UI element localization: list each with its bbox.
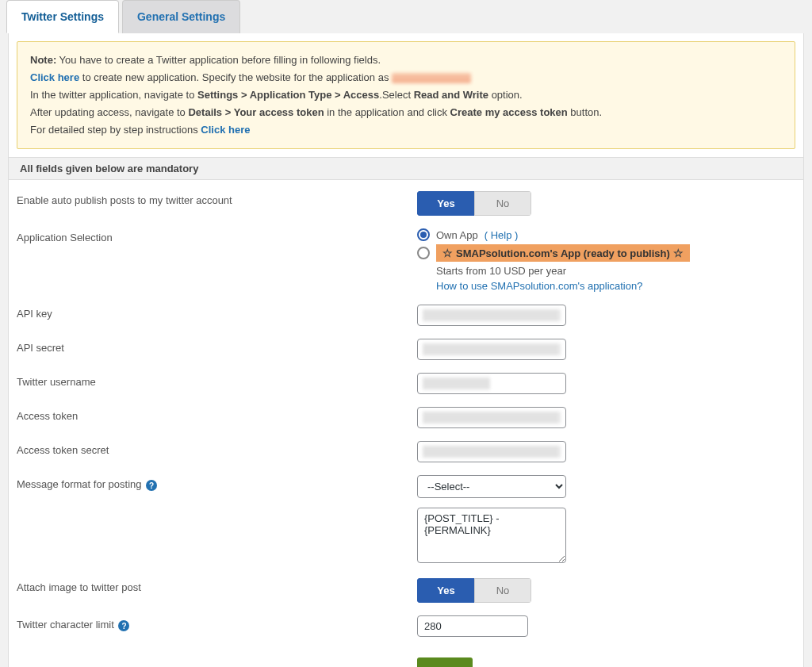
label-access-token: Access token — [17, 407, 417, 422]
label-access-token-secret: Access token secret — [17, 441, 417, 456]
message-format-select[interactable]: --Select-- — [417, 475, 566, 498]
api-secret-input[interactable] — [417, 339, 566, 360]
toggle-attach-image[interactable]: Yes No — [417, 578, 531, 603]
message-format-textarea[interactable] — [417, 508, 566, 563]
click-here-create-app-link[interactable]: Click here — [30, 71, 79, 83]
notice-line4c: in the application and click — [324, 106, 450, 118]
notice-box: Note: You have to create a Twitter appli… — [17, 41, 795, 149]
radio-own-app[interactable] — [417, 228, 430, 241]
notice-line4e: button. — [568, 106, 602, 118]
click-here-instructions-link[interactable]: Click here — [201, 124, 250, 136]
toggle-enable-auto[interactable]: Yes No — [417, 191, 531, 216]
notice-line3b: Settings > Application Type > Access — [197, 89, 379, 101]
notice-line3e: option. — [488, 89, 523, 101]
radio-smap-app[interactable] — [417, 247, 430, 259]
tab-twitter-settings[interactable]: Twitter Settings — [6, 0, 119, 33]
label-api-key: API key — [17, 305, 417, 320]
redacted-url — [392, 73, 471, 83]
smap-badge: ☆ SMAPsolution.com's App (ready to publi… — [436, 244, 690, 262]
how-to-use-link[interactable]: How to use SMAPsolution.com's applicatio… — [436, 280, 795, 292]
star-icon-left: ☆ — [442, 247, 453, 259]
access-token-secret-input[interactable] — [417, 441, 566, 462]
own-app-help-link[interactable]: ( Help ) — [485, 229, 519, 241]
label-api-secret: API secret — [17, 339, 417, 354]
access-token-input[interactable] — [417, 407, 566, 428]
toggle-yes[interactable]: Yes — [417, 578, 474, 603]
toggle-no[interactable]: No — [474, 191, 531, 216]
toggle-no[interactable]: No — [474, 578, 531, 603]
notice-line2a: to create new application. Specify the w… — [79, 71, 392, 83]
help-icon[interactable]: ? — [146, 480, 157, 491]
label-message-format: Message format for posting — [17, 478, 142, 490]
help-icon[interactable]: ? — [118, 620, 129, 631]
notice-line4d: Create my access token — [450, 106, 568, 118]
section-header: All fields given below are mandatory — [9, 157, 803, 180]
save-button[interactable]: SAVE — [417, 657, 473, 667]
tab-general-settings[interactable]: General Settings — [122, 0, 240, 33]
label-app-selection: Application Selection — [17, 228, 417, 243]
twitter-username-input[interactable] — [417, 373, 566, 394]
note-text: You have to create a Twitter application… — [56, 54, 381, 66]
label-char-limit: Twitter character limit — [17, 619, 114, 631]
label-enable-auto: Enable auto publish posts to my twitter … — [17, 191, 417, 206]
notice-line4b: Details > Your access token — [188, 106, 324, 118]
label-attach-image: Attach image to twitter post — [17, 578, 417, 593]
api-key-input[interactable] — [417, 305, 566, 326]
own-app-label: Own App — [436, 229, 478, 241]
note-label: Note: — [30, 54, 56, 66]
notice-line4a: After updating access, navigate to — [30, 106, 188, 118]
notice-line3d: Read and Write — [414, 89, 488, 101]
notice-line5a: For detailed step by step instructions — [30, 124, 201, 136]
notice-line3c: .Select — [379, 89, 413, 101]
star-icon-right: ☆ — [673, 247, 684, 259]
radio-checked-icon — [420, 232, 427, 238]
notice-line3a: In the twitter application, navigate to — [30, 89, 197, 101]
toggle-yes[interactable]: Yes — [417, 191, 474, 216]
label-twitter-username: Twitter username — [17, 373, 417, 388]
starts-from-text: Starts from 10 USD per year — [436, 265, 795, 277]
smap-label: SMAPsolution.com's App (ready to publish… — [456, 247, 670, 259]
char-limit-input[interactable] — [417, 615, 528, 637]
